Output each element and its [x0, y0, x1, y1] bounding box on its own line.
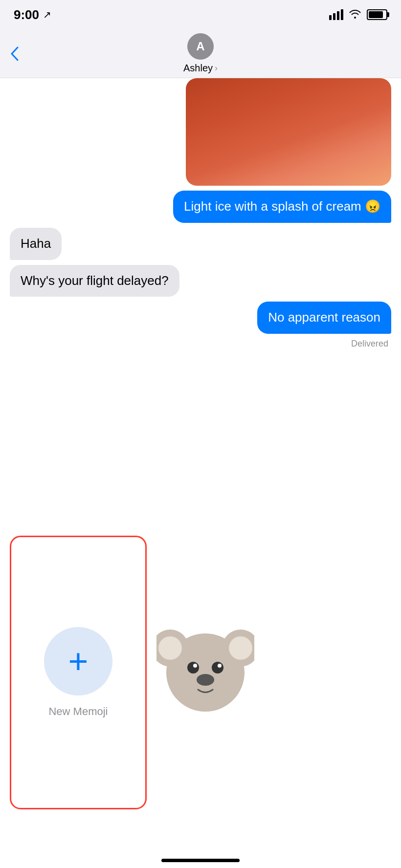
received-bubble-2: Why's your flight delayed?	[10, 265, 179, 297]
sent-bubble-1: Light ice with a splash of cream 😠	[173, 191, 391, 223]
sent-message-2: No apparent reason	[10, 302, 391, 334]
new-memoji-card[interactable]: + New Memoji	[10, 536, 147, 809]
memoji-content-area: + New Memoji	[0, 526, 401, 829]
back-button[interactable]	[10, 45, 20, 62]
svg-point-31	[193, 664, 197, 668]
received-message-2: Why's your flight delayed?	[10, 265, 391, 297]
sent-bubble-2: No apparent reason	[257, 302, 391, 334]
battery-icon	[367, 9, 387, 20]
home-indicator	[161, 859, 240, 862]
sent-bubble-2-text: No apparent reason	[268, 309, 380, 326]
chevron-icon: ›	[215, 63, 218, 73]
sent-message-1: Light ice with a splash of cream 😠	[10, 191, 391, 223]
nav-center[interactable]: A Ashley ›	[183, 33, 218, 74]
image-bubble	[186, 78, 391, 186]
nav-bar: A Ashley ›	[0, 29, 401, 78]
svg-point-33	[197, 674, 214, 686]
koala-memoji[interactable]	[156, 536, 254, 809]
svg-point-32	[218, 664, 222, 668]
svg-point-26	[158, 636, 182, 660]
status-icons	[329, 9, 387, 21]
location-icon: ↗	[43, 9, 51, 21]
received-bubble-2-text: Why's your flight delayed?	[21, 273, 169, 288]
svg-point-28	[229, 636, 252, 660]
status-bar: 9:00 ↗	[0, 0, 401, 29]
wifi-icon	[348, 9, 362, 21]
image-message	[10, 78, 391, 186]
contact-name: Ashley ›	[183, 63, 218, 74]
contact-avatar: A	[187, 33, 214, 60]
svg-point-29	[187, 662, 199, 673]
received-message-1: Haha	[10, 228, 391, 260]
received-bubble-1-text: Haha	[21, 236, 51, 251]
sent-bubble-1-text: Light ice with a splash of cream 😠	[184, 198, 380, 215]
memoji-plus-icon: +	[68, 644, 89, 678]
new-memoji-label: New Memoji	[48, 705, 108, 718]
delivered-label: Delivered	[10, 339, 391, 349]
status-time: 9:00	[14, 7, 39, 22]
received-bubble-1: Haha	[10, 228, 62, 260]
memoji-plus-circle: +	[44, 627, 112, 695]
svg-point-30	[212, 662, 223, 673]
signal-bars	[329, 9, 343, 20]
